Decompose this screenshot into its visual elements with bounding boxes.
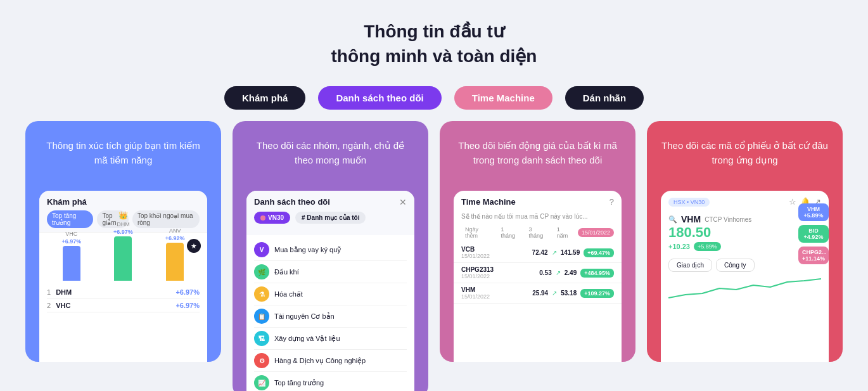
dn-side-card-1: BID +4.92% xyxy=(798,225,829,243)
dn-trade-button[interactable]: Giao dịch xyxy=(668,259,712,272)
ds-group-vn30-dot xyxy=(260,215,265,221)
ds-group-vn30[interactable]: VN30 xyxy=(254,212,290,224)
star-icon[interactable]: ☆ xyxy=(789,197,796,207)
tm-date-tabs: Ngày thêm 1 tháng 3 tháng 1 năm 15/01/20… xyxy=(454,222,622,243)
tm-stock-row-2: VHM 15/01/2022 25.94 ↗ 53.18 +109.27% xyxy=(454,283,622,304)
kp-list-row-1: 2VHC +6.97% xyxy=(47,299,200,312)
kp-bar-dhm: 👑 DHM +6.97% xyxy=(113,211,133,281)
kp-list-row-0: 1DHM +6.97% xyxy=(47,286,200,299)
card-kham-pha-desc: Thông tin xúc tích giúp bạn tìm kiếm mã … xyxy=(39,139,207,177)
kp-title: Khám phá xyxy=(47,197,200,207)
card-danh-sach: Theo dõi các nhóm, ngành, chủ đề theo mo… xyxy=(233,121,428,391)
ds-list: V Mua bằng vay ký quỹ 🌿 Đầu khí ⚗ Hóa ch… xyxy=(246,235,414,391)
ds-item-6: 📈 Top tăng trưởng xyxy=(254,372,407,391)
dn-company: CTCP Vinhomes xyxy=(705,216,751,223)
ds-item-1: 🌿 Đầu khí xyxy=(254,261,407,283)
bar-dhm xyxy=(114,236,132,281)
close-icon[interactable]: ✕ xyxy=(399,197,407,207)
ds-icon-0: V xyxy=(254,242,269,257)
tab-danh-sach[interactable]: Danh sách theo dõi xyxy=(318,86,441,110)
arrow-up-icon-0: ↗ xyxy=(552,249,557,256)
crown-icon: 👑 xyxy=(118,211,128,220)
kp-tab-2[interactable]: Top khối ngoại mua ròng xyxy=(132,210,200,228)
bar-vhc xyxy=(63,246,80,281)
page-title: Thông tin đầu tư thông minh và toàn diện xyxy=(331,19,537,68)
ds-icon-4: 🏗 xyxy=(254,331,269,346)
tm-prompt: Sẽ thế nào nếu tôi mua mã CP này vào lúc… xyxy=(454,210,622,222)
ds-icon-6: 📈 xyxy=(254,375,269,390)
card-time-machine-screen: Time Machine ? Sẽ thế nào nếu tôi mua mã… xyxy=(454,191,622,362)
dn-company-button[interactable]: Công ty xyxy=(716,259,754,272)
tm-header: Time Machine ? xyxy=(454,191,622,210)
ds-icon-1: 🌿 xyxy=(254,264,269,279)
tm-question-icon[interactable]: ? xyxy=(610,197,614,207)
ds-group-danhmuc[interactable]: # Danh mục của tôi xyxy=(295,212,366,224)
cards-row: Thông tin xúc tích giúp bạn tìm kiếm mã … xyxy=(25,121,843,391)
kp-bar-vhc: VHC +6.97% xyxy=(61,231,81,281)
kp-bar-anv: ANV +6.92% xyxy=(165,228,185,281)
tm-stock-row-0: VCB 15/01/2022 72.42 ↗ 141.59 +69.47% xyxy=(454,243,622,263)
card-dan-nhan: Theo dõi các mã cổ phiếu ở bất cứ đâu tr… xyxy=(647,121,843,362)
dn-side-card-0: VHM +5.89% xyxy=(798,203,829,221)
kp-chart-area: ★ VHC +6.97% 👑 DHM +6.97% ANV +6.92 xyxy=(39,233,207,283)
arrow-up-icon-2: ↗ xyxy=(552,290,557,297)
tm-stock-row-1: CHPG2313 15/01/2022 0.53 ↗ 2.49 +484.95% xyxy=(454,263,622,283)
card-dan-nhan-desc: Theo dõi các mã cổ phiếu ở bất cứ đâu tr… xyxy=(661,139,829,177)
card-time-machine-desc: Theo dõi biến động giá của bất kì mã tro… xyxy=(454,139,622,177)
ds-item-2: ⚗ Hóa chất xyxy=(254,283,407,305)
ds-icon-3: 📋 xyxy=(254,309,269,324)
card-kham-pha-screen: Khám phá Top tăng trưởng Top giảm Top kh… xyxy=(39,191,207,362)
ds-title: Danh sách theo dõi xyxy=(254,197,407,207)
ds-header: ✕ Danh sách theo dõi VN30 # Danh mục của… xyxy=(246,191,414,235)
ds-item-5: ⚙ Hàng & Dịch vụ Công nghiệp xyxy=(254,350,407,372)
kp-list: 1DHM +6.97% 2VHC +6.97% xyxy=(39,283,207,315)
dn-ticker: VHM xyxy=(681,214,701,224)
card-danh-sach-desc: Theo dõi các nhóm, ngành, chủ đề theo mo… xyxy=(246,139,414,177)
card-danh-sach-screen: ✕ Danh sách theo dõi VN30 # Danh mục của… xyxy=(246,191,414,391)
ds-group-row: VN30 # Danh mục của tôi xyxy=(254,212,407,224)
tab-kham-pha[interactable]: Khám phá xyxy=(224,86,306,110)
bar-anv xyxy=(166,243,184,281)
ds-item-4: 🏗 Xây dựng và Vật liệu xyxy=(254,328,407,350)
ds-item-0: V Mua bằng vay ký quỹ xyxy=(254,239,407,261)
star-button[interactable]: ★ xyxy=(187,239,201,253)
ds-item-3: 📋 Tài nguyên Cơ bản xyxy=(254,305,407,328)
dn-chart-area xyxy=(661,276,829,301)
tab-time-machine[interactable]: Time Machine xyxy=(454,86,552,110)
card-time-machine: Theo dõi biến động giá của bất kì mã tro… xyxy=(440,121,635,362)
tabs-row: Khám phá Danh sách theo dõi Time Machine… xyxy=(25,86,843,110)
arrow-up-icon-1: ↗ xyxy=(556,269,561,276)
ds-icon-5: ⚙ xyxy=(254,353,269,368)
dn-tag: HSX • VN30 xyxy=(668,198,710,207)
card-dan-nhan-screen: HSX • VN30 ☆ 🔔 ↗ 🔍 VHM CTCP Vinhomes 180… xyxy=(661,191,829,362)
dn-side-cards: VHM +5.89% BID +4.92% CHPG2... +11.14% xyxy=(798,203,829,264)
tab-dan-nhan[interactable]: Dán nhãn xyxy=(565,86,644,110)
ds-icon-2: ⚗ xyxy=(254,286,269,302)
kp-tab-0[interactable]: Top tăng trưởng xyxy=(47,210,93,228)
card-kham-pha: Thông tin xúc tích giúp bạn tìm kiếm mã … xyxy=(25,121,221,362)
dn-side-card-2: CHPG2... +11.14% xyxy=(798,247,829,264)
